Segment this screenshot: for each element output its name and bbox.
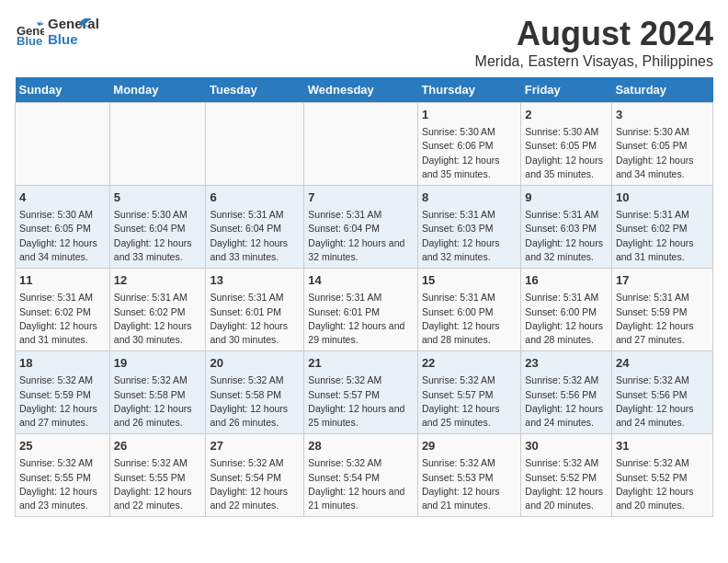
calendar-cell: 13Sunrise: 5:31 AM Sunset: 6:01 PM Dayli… <box>206 269 304 351</box>
day-number: 17 <box>616 272 709 289</box>
calendar-cell: 7Sunrise: 5:31 AM Sunset: 6:04 PM Daylig… <box>304 186 418 269</box>
day-number: 8 <box>422 190 517 206</box>
day-number: 31 <box>616 438 709 454</box>
header-tuesday: Tuesday <box>206 77 304 103</box>
logo-text-blue: Blue <box>48 32 99 48</box>
day-number: 19 <box>114 355 202 372</box>
calendar-cell: 28Sunrise: 5:32 AM Sunset: 5:54 PM Dayli… <box>304 434 418 517</box>
day-number: 2 <box>525 107 608 123</box>
calendar-cell: 18Sunrise: 5:32 AM Sunset: 5:59 PM Dayli… <box>16 351 110 434</box>
header-sunday: Sunday <box>16 77 110 103</box>
calendar-cell: 15Sunrise: 5:31 AM Sunset: 6:00 PM Dayli… <box>417 269 520 351</box>
day-number: 26 <box>114 438 202 454</box>
day-number: 3 <box>616 107 709 123</box>
header-saturday: Saturday <box>611 77 712 103</box>
calendar-table: SundayMondayTuesdayWednesdayThursdayFrid… <box>15 77 713 517</box>
header-thursday: Thursday <box>417 77 520 103</box>
day-number: 23 <box>525 355 608 372</box>
day-content: Sunrise: 5:31 AM Sunset: 6:01 PM Dayligh… <box>308 291 414 347</box>
calendar-cell: 8Sunrise: 5:31 AM Sunset: 6:03 PM Daylig… <box>417 186 520 269</box>
page-header: General Blue General Blue August 2024 Me… <box>15 15 713 70</box>
day-number: 25 <box>19 438 106 454</box>
calendar-cell: 25Sunrise: 5:32 AM Sunset: 5:55 PM Dayli… <box>16 434 110 517</box>
day-content: Sunrise: 5:31 AM Sunset: 6:02 PM Dayligh… <box>616 208 709 264</box>
day-content: Sunrise: 5:32 AM Sunset: 5:56 PM Dayligh… <box>525 373 608 430</box>
calendar-cell <box>109 103 206 186</box>
day-number: 1 <box>422 107 517 123</box>
calendar-cell <box>206 103 304 186</box>
day-content: Sunrise: 5:31 AM Sunset: 6:04 PM Dayligh… <box>210 208 300 264</box>
calendar-cell: 16Sunrise: 5:31 AM Sunset: 6:00 PM Dayli… <box>521 269 612 351</box>
calendar-cell: 9Sunrise: 5:31 AM Sunset: 6:03 PM Daylig… <box>521 186 612 269</box>
day-content: Sunrise: 5:31 AM Sunset: 6:04 PM Dayligh… <box>308 208 414 264</box>
calendar-header: SundayMondayTuesdayWednesdayThursdayFrid… <box>16 77 713 103</box>
day-content: Sunrise: 5:32 AM Sunset: 5:55 PM Dayligh… <box>19 456 106 512</box>
calendar-cell: 22Sunrise: 5:32 AM Sunset: 5:57 PM Dayli… <box>417 351 520 434</box>
day-content: Sunrise: 5:30 AM Sunset: 6:05 PM Dayligh… <box>525 125 608 181</box>
day-content: Sunrise: 5:32 AM Sunset: 5:55 PM Dayligh… <box>114 456 202 512</box>
day-content: Sunrise: 5:32 AM Sunset: 5:58 PM Dayligh… <box>114 373 202 430</box>
day-content: Sunrise: 5:32 AM Sunset: 5:57 PM Dayligh… <box>422 373 517 430</box>
calendar-cell: 20Sunrise: 5:32 AM Sunset: 5:58 PM Dayli… <box>206 351 304 434</box>
logo-bird-icon <box>66 14 92 32</box>
svg-text:Blue: Blue <box>17 34 42 46</box>
calendar-cell: 12Sunrise: 5:31 AM Sunset: 6:02 PM Dayli… <box>109 269 206 351</box>
day-number: 6 <box>210 190 300 206</box>
page-title: August 2024 <box>475 15 713 53</box>
calendar-cell: 26Sunrise: 5:32 AM Sunset: 5:55 PM Dayli… <box>109 434 206 517</box>
calendar-cell: 19Sunrise: 5:32 AM Sunset: 5:58 PM Dayli… <box>109 351 206 434</box>
day-number: 4 <box>19 190 106 206</box>
calendar-cell: 27Sunrise: 5:32 AM Sunset: 5:54 PM Dayli… <box>206 434 304 517</box>
calendar-cell: 31Sunrise: 5:32 AM Sunset: 5:52 PM Dayli… <box>611 434 712 517</box>
calendar-cell: 21Sunrise: 5:32 AM Sunset: 5:57 PM Dayli… <box>304 351 418 434</box>
header-wednesday: Wednesday <box>304 77 418 103</box>
day-content: Sunrise: 5:32 AM Sunset: 5:57 PM Dayligh… <box>308 373 414 430</box>
day-content: Sunrise: 5:32 AM Sunset: 5:54 PM Dayligh… <box>308 456 414 512</box>
calendar-cell: 30Sunrise: 5:32 AM Sunset: 5:52 PM Dayli… <box>521 434 612 517</box>
day-number: 29 <box>422 438 517 454</box>
day-content: Sunrise: 5:31 AM Sunset: 6:03 PM Dayligh… <box>422 208 517 264</box>
day-number: 20 <box>210 355 300 372</box>
header-row: SundayMondayTuesdayWednesdayThursdayFrid… <box>16 77 713 103</box>
week-row-1: 4Sunrise: 5:30 AM Sunset: 6:05 PM Daylig… <box>16 186 713 269</box>
day-number: 12 <box>114 272 202 289</box>
day-content: Sunrise: 5:32 AM Sunset: 5:53 PM Dayligh… <box>422 456 517 512</box>
day-number: 5 <box>114 190 202 206</box>
day-content: Sunrise: 5:32 AM Sunset: 5:58 PM Dayligh… <box>210 373 300 430</box>
day-number: 21 <box>308 355 414 372</box>
page-subtitle: Merida, Eastern Visayas, Philippines <box>475 53 713 70</box>
calendar-cell: 29Sunrise: 5:32 AM Sunset: 5:53 PM Dayli… <box>417 434 520 517</box>
calendar-body: 1Sunrise: 5:30 AM Sunset: 6:06 PM Daylig… <box>16 103 713 517</box>
day-content: Sunrise: 5:30 AM Sunset: 6:04 PM Dayligh… <box>114 208 202 264</box>
calendar-cell <box>304 103 418 186</box>
week-row-2: 11Sunrise: 5:31 AM Sunset: 6:02 PM Dayli… <box>16 269 713 351</box>
calendar-cell <box>16 103 110 186</box>
calendar-cell: 1Sunrise: 5:30 AM Sunset: 6:06 PM Daylig… <box>417 103 520 186</box>
calendar-cell: 2Sunrise: 5:30 AM Sunset: 6:05 PM Daylig… <box>521 103 612 186</box>
day-content: Sunrise: 5:31 AM Sunset: 6:03 PM Dayligh… <box>525 208 608 264</box>
logo-icon: General Blue <box>15 17 44 46</box>
day-number: 16 <box>525 272 608 289</box>
calendar-cell: 5Sunrise: 5:30 AM Sunset: 6:04 PM Daylig… <box>109 186 206 269</box>
day-number: 30 <box>525 438 608 454</box>
header-monday: Monday <box>109 77 206 103</box>
week-row-4: 25Sunrise: 5:32 AM Sunset: 5:55 PM Dayli… <box>16 434 713 517</box>
day-content: Sunrise: 5:32 AM Sunset: 5:52 PM Dayligh… <box>525 456 608 512</box>
day-number: 24 <box>616 355 709 372</box>
day-number: 11 <box>19 272 106 289</box>
day-content: Sunrise: 5:32 AM Sunset: 5:54 PM Dayligh… <box>210 456 300 512</box>
day-content: Sunrise: 5:31 AM Sunset: 5:59 PM Dayligh… <box>616 291 709 347</box>
day-number: 14 <box>308 272 414 289</box>
day-number: 13 <box>210 272 300 289</box>
calendar-cell: 11Sunrise: 5:31 AM Sunset: 6:02 PM Dayli… <box>16 269 110 351</box>
calendar-cell: 3Sunrise: 5:30 AM Sunset: 6:05 PM Daylig… <box>611 103 712 186</box>
day-number: 22 <box>422 355 517 372</box>
title-block: August 2024 Merida, Eastern Visayas, Phi… <box>475 15 713 70</box>
day-number: 7 <box>308 190 414 206</box>
day-number: 18 <box>19 355 106 372</box>
header-friday: Friday <box>521 77 612 103</box>
day-content: Sunrise: 5:31 AM Sunset: 6:00 PM Dayligh… <box>422 291 517 347</box>
day-content: Sunrise: 5:30 AM Sunset: 6:05 PM Dayligh… <box>19 208 106 264</box>
day-content: Sunrise: 5:31 AM Sunset: 6:02 PM Dayligh… <box>114 291 202 347</box>
calendar-cell: 6Sunrise: 5:31 AM Sunset: 6:04 PM Daylig… <box>206 186 304 269</box>
